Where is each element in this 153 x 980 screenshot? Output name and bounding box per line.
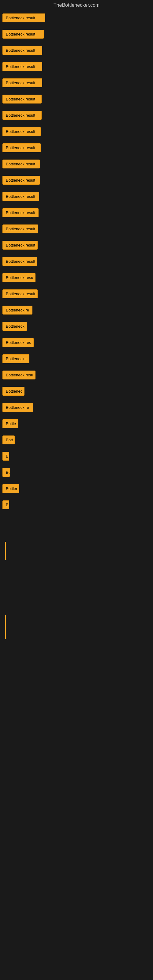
bottleneck-row: Bottlenec xyxy=(0,384,153,400)
bottleneck-row: Bottleneck result xyxy=(0,189,153,205)
bottleneck-result-label: Bottle xyxy=(2,419,18,428)
bottleneck-result-label: Bottleneck result xyxy=(2,95,41,103)
bottleneck-result-label: Bottleneck resu xyxy=(2,371,35,379)
site-title: TheBottlenecker.com xyxy=(0,0,153,10)
bottleneck-row: Bottleneck result xyxy=(0,59,153,75)
bottleneck-row: Bottleneck r xyxy=(0,351,153,368)
bottleneck-row: Bottleneck resu xyxy=(0,368,153,384)
bottleneck-row: Bottleneck result xyxy=(0,173,153,189)
bottleneck-row: Bottleneck res xyxy=(0,335,153,351)
bottom-indicator xyxy=(0,611,153,644)
bottleneck-result-label: Bottleneck result xyxy=(2,30,44,38)
bottleneck-row: Bottleneck result xyxy=(0,156,153,173)
bottleneck-row: Bottler xyxy=(0,481,153,497)
bottleneck-row: Bott xyxy=(0,433,153,449)
bottleneck-row: Bottleneck result xyxy=(0,221,153,238)
bottleneck-result-label: Bottleneck res xyxy=(2,338,33,347)
site-header: TheBottlenecker.com xyxy=(0,0,153,10)
bottleneck-result-label: Bottleneck result xyxy=(2,111,41,120)
bottleneck-result-label: Bottleneck result xyxy=(2,46,42,55)
bottleneck-result-label: Bottleneck result xyxy=(2,62,42,71)
bottleneck-result-label: Bottleneck result xyxy=(2,78,42,87)
bottleneck-result-label: Bottleneck result xyxy=(2,224,38,233)
bottleneck-row: Bottleneck re xyxy=(0,400,153,416)
bottleneck-result-label: Bo xyxy=(2,468,10,477)
bottleneck-result-label: Bottleneck result xyxy=(2,176,40,185)
spacer xyxy=(0,514,153,538)
bottleneck-result-label: Bottleneck result xyxy=(2,208,38,217)
bottleneck-result-label: Bottleneck r xyxy=(2,354,29,363)
bottleneck-result-label: B xyxy=(2,500,9,509)
bottleneck-row: Bottleneck result xyxy=(0,238,153,254)
bottleneck-result-label: Bottler xyxy=(2,484,19,493)
vertical-indicators xyxy=(0,538,153,565)
bottleneck-result-label: Bottleneck resu xyxy=(2,273,35,282)
bottleneck-result-label: B xyxy=(2,452,9,461)
bottleneck-result-label: Bottleneck result xyxy=(2,290,38,298)
bottleneck-result-label: Bott xyxy=(2,436,15,444)
bottleneck-row: Bottleneck result xyxy=(0,254,153,270)
bottleneck-result-label: Bottleneck result xyxy=(2,192,39,201)
bottleneck-row: B xyxy=(0,449,153,465)
bottleneck-result-label: Bottleneck re xyxy=(2,305,32,315)
bottleneck-row: Bottleneck result xyxy=(0,286,153,302)
bottleneck-row: Bottleneck result xyxy=(0,124,153,140)
bottleneck-result-label: Bottleneck result xyxy=(2,257,37,266)
bottleneck-result-label: Bottlenec xyxy=(2,387,24,396)
bottleneck-row: Bottleneck resu xyxy=(0,270,153,286)
bottleneck-row: Bottleneck result xyxy=(0,108,153,124)
bottleneck-result-label: Bottleneck result xyxy=(2,241,38,250)
bottleneck-result-label: Bottleneck result xyxy=(2,143,41,152)
bottleneck-result-label: Bottleneck result xyxy=(2,127,41,136)
bottleneck-row: Bottleneck result xyxy=(0,140,153,156)
bottleneck-row: Bottleneck xyxy=(0,319,153,335)
bottleneck-row: Bottleneck result xyxy=(0,10,153,27)
bottleneck-result-label: Bottleneck result xyxy=(2,13,45,22)
bottleneck-row: Bo xyxy=(0,465,153,481)
bottleneck-row: Bottleneck re xyxy=(0,302,153,319)
bottleneck-result-label: Bottleneck result xyxy=(2,159,40,169)
bottleneck-row: Bottleneck result xyxy=(0,43,153,59)
bar-indicator-2 xyxy=(5,615,6,639)
bar-indicator-1 xyxy=(5,542,6,560)
bottleneck-row: Bottle xyxy=(0,416,153,433)
bottleneck-row: Bottleneck result xyxy=(0,27,153,43)
bottleneck-list: Bottleneck resultBottleneck resultBottle… xyxy=(0,10,153,514)
bottleneck-result-label: Bottleneck re xyxy=(2,403,33,412)
bottleneck-row: B xyxy=(0,497,153,514)
bottleneck-row: Bottleneck result xyxy=(0,75,153,92)
bottleneck-row: Bottleneck result xyxy=(0,205,153,221)
bottleneck-row: Bottleneck result xyxy=(0,92,153,108)
bottleneck-result-label: Bottleneck xyxy=(2,322,27,331)
